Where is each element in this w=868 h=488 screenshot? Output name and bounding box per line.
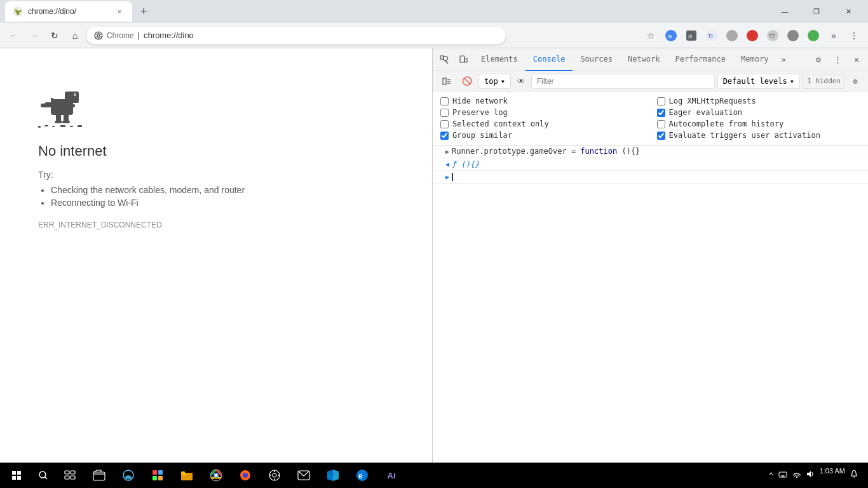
svg-rect-45 bbox=[17, 471, 21, 475]
taskbar-edge-button[interactable] bbox=[114, 463, 142, 488]
tray-expand-button[interactable]: ^ bbox=[768, 470, 775, 480]
reload-button[interactable]: ↻ bbox=[46, 27, 64, 44]
log-xhr-checkbox[interactable] bbox=[657, 97, 665, 105]
start-button[interactable] bbox=[3, 463, 31, 488]
option-autocomplete: Autocomplete from history bbox=[657, 119, 861, 128]
svg-rect-58 bbox=[153, 476, 157, 480]
taskbar-search-button[interactable] bbox=[32, 463, 55, 488]
task-view-button[interactable] bbox=[56, 463, 84, 488]
expand-arrow-1[interactable]: ▶ bbox=[445, 148, 449, 155]
hide-network-checkbox[interactable] bbox=[440, 97, 449, 105]
svg-text:Tr: Tr bbox=[708, 33, 713, 39]
minimize-button[interactable]: — bbox=[770, 1, 799, 22]
svg-rect-33 bbox=[70, 126, 73, 127]
new-tab-button[interactable]: + bbox=[135, 3, 153, 20]
hidden-count-badge[interactable]: 1 hidden bbox=[803, 74, 845, 89]
dino-illustration bbox=[38, 86, 89, 130]
option-hide-network: Hide network bbox=[440, 97, 644, 105]
devtools-panel: Elements Console Sources Network Perform… bbox=[432, 48, 868, 488]
taskbar: e Ai ^ bbox=[0, 463, 868, 488]
console-settings-button[interactable]: ⚙ bbox=[848, 74, 863, 89]
eager-eval-checkbox[interactable] bbox=[657, 109, 665, 117]
taskbar-files-button[interactable] bbox=[85, 463, 113, 488]
svg-rect-52 bbox=[65, 476, 69, 479]
home-button[interactable]: ⌂ bbox=[66, 27, 84, 44]
tray-network-icon[interactable] bbox=[790, 470, 803, 480]
browser-tab[interactable]: 🦖 chrome://dino/ × bbox=[5, 1, 132, 22]
settings-button[interactable]: ⋮ bbox=[845, 27, 863, 44]
notification-button[interactable] bbox=[848, 470, 860, 480]
devtools-inspect-button[interactable] bbox=[435, 51, 453, 69]
ext-icon-5[interactable] bbox=[743, 27, 761, 44]
bullet-item-1: Checking the network cables, modem, and … bbox=[51, 185, 245, 195]
svg-rect-44 bbox=[12, 471, 16, 475]
group-similar-checkbox[interactable] bbox=[440, 132, 449, 140]
tab-close-button[interactable]: × bbox=[114, 6, 125, 17]
option-preserve-log: Preserve log bbox=[440, 108, 644, 117]
console-sidebar-button[interactable] bbox=[438, 72, 456, 90]
devtools-close-button[interactable]: ✕ bbox=[848, 51, 865, 69]
dt-tab-console[interactable]: Console bbox=[526, 48, 573, 71]
svg-rect-51 bbox=[71, 471, 75, 474]
ext-icon-1[interactable]: G bbox=[662, 27, 680, 44]
system-clock[interactable]: 1:03 AM bbox=[820, 466, 845, 484]
devtools-more-button[interactable]: ⋮ bbox=[829, 51, 846, 69]
console-filter-input[interactable] bbox=[531, 74, 715, 89]
title-bar: 🦖 chrome://dino/ × + — ❐ ✕ bbox=[0, 0, 868, 23]
svg-rect-18 bbox=[74, 94, 76, 95]
extensions-button[interactable]: » bbox=[825, 27, 843, 44]
taskbar-settings-button[interactable] bbox=[261, 463, 288, 488]
forward-button[interactable]: → bbox=[25, 27, 43, 44]
context-selector[interactable]: top ▾ bbox=[478, 74, 511, 89]
taskbar-vscode-button[interactable] bbox=[319, 463, 347, 488]
console-clear-button[interactable]: 🚫 bbox=[458, 72, 476, 90]
svg-point-13 bbox=[787, 30, 799, 41]
dt-tab-sources[interactable]: Sources bbox=[573, 48, 620, 71]
taskbar-firefox-button[interactable] bbox=[231, 463, 259, 488]
bookmark-button[interactable]: ☆ bbox=[642, 27, 660, 44]
address-separator: | bbox=[138, 30, 140, 40]
svg-rect-28 bbox=[51, 98, 53, 100]
eval-triggers-checkbox[interactable] bbox=[657, 132, 665, 140]
ext-icon-7[interactable] bbox=[784, 27, 802, 44]
hide-network-label: Hide network bbox=[452, 97, 508, 105]
ext-icon-6[interactable]: 🛡 bbox=[764, 27, 782, 44]
ext-icon-8[interactable] bbox=[804, 27, 822, 44]
devtools-settings-button[interactable]: ⚙ bbox=[810, 51, 827, 69]
ext-icon-2[interactable]: ⊡ bbox=[682, 27, 700, 44]
preserve-log-checkbox[interactable] bbox=[440, 109, 449, 117]
dt-tab-memory[interactable]: Memory bbox=[733, 48, 776, 71]
svg-rect-82 bbox=[779, 472, 787, 477]
svg-point-66 bbox=[215, 474, 218, 477]
prompt-arrow: ▶ bbox=[445, 173, 449, 180]
taskbar-app14-button[interactable]: e bbox=[348, 463, 376, 488]
svg-rect-56 bbox=[153, 470, 157, 475]
ext-icon-4[interactable] bbox=[723, 27, 741, 44]
live-expression-button[interactable]: 👁 bbox=[513, 74, 529, 89]
result-arrow[interactable]: ◀ bbox=[445, 161, 449, 168]
taskbar-ai-label[interactable]: Ai bbox=[377, 463, 405, 488]
taskbar-chrome-button[interactable] bbox=[202, 463, 230, 488]
close-button[interactable]: ✕ bbox=[834, 1, 863, 22]
maximize-button[interactable]: ❐ bbox=[802, 1, 831, 22]
dt-tab-more[interactable]: » bbox=[776, 55, 790, 64]
dt-tab-network[interactable]: Network bbox=[620, 48, 668, 71]
back-button[interactable]: ← bbox=[5, 27, 23, 44]
dt-tab-elements[interactable]: Elements bbox=[473, 48, 526, 71]
taskbar-explorer-button[interactable] bbox=[173, 463, 201, 488]
site-icon bbox=[94, 31, 103, 40]
tray-volume-icon[interactable] bbox=[804, 470, 817, 480]
address-input[interactable]: Chrome | chrome://dino bbox=[86, 27, 506, 44]
taskbar-store-button[interactable] bbox=[144, 463, 172, 488]
console-line-prompt[interactable]: ▶ bbox=[433, 171, 868, 184]
option-log-xhr: Log XMLHttpRequests bbox=[657, 97, 861, 105]
ext-icon-3[interactable]: Tr bbox=[703, 27, 721, 44]
devtools-device-button[interactable] bbox=[454, 51, 472, 69]
tray-keyboard-icon[interactable] bbox=[776, 470, 789, 480]
dt-tab-performance[interactable]: Performance bbox=[668, 48, 733, 71]
devtools-tabbar: Elements Console Sources Network Perform… bbox=[433, 48, 868, 71]
log-levels-selector[interactable]: Default levels ▾ bbox=[717, 74, 800, 89]
taskbar-mail-button[interactable] bbox=[290, 463, 318, 488]
autocomplete-checkbox[interactable] bbox=[657, 120, 665, 128]
selected-context-checkbox[interactable] bbox=[440, 120, 449, 128]
